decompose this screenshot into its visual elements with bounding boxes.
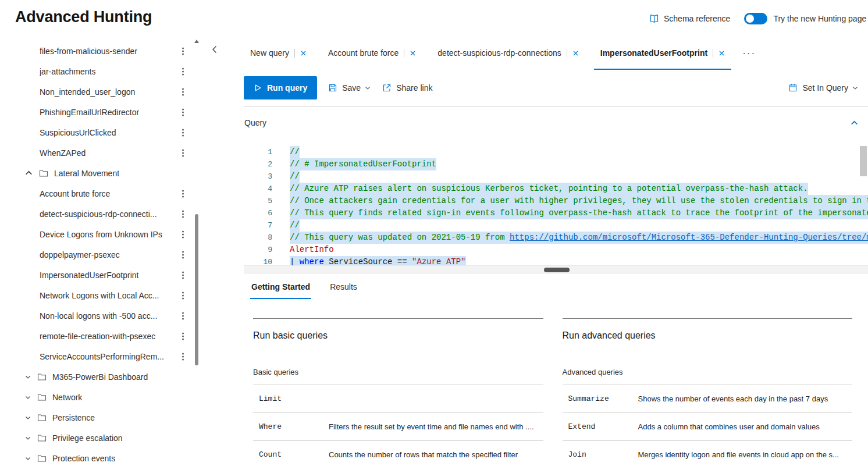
chevron-down-icon[interactable] (24, 394, 31, 401)
sidebar-query-item[interactable]: remote-file-creation-with-psexec (0, 326, 193, 346)
sidebar-query-item[interactable]: Non-local logons with -500 acc... (0, 305, 193, 326)
collapse-sidebar-button[interactable] (207, 42, 222, 57)
getting-started-panels: Run basic queriesBasic queriesLimitWhere… (253, 318, 852, 466)
query-tab[interactable]: Account brute force (322, 36, 422, 70)
sidebar-query-item[interactable]: ImpersonatedUserFootprint (0, 265, 193, 285)
horizontal-scrollbar-thumb[interactable] (544, 268, 570, 272)
saved-queries-list: files-from-malicious-senderjar-attachmen… (0, 41, 193, 466)
more-options-icon[interactable] (180, 147, 186, 158)
example-keyword: Summarize (568, 394, 638, 403)
code-line[interactable]: 2// # ImpersonatedUserFootprint (244, 158, 868, 170)
sidebar-query-item[interactable]: ServiceAccountsPerformingRem... (0, 346, 193, 367)
editor-horizontal-scrollbar[interactable] (244, 265, 868, 274)
query-label: ImpersonatedUserFootprint (40, 271, 138, 280)
example-query-row[interactable]: CountCounts the number of rows that matc… (253, 441, 543, 466)
more-options-icon[interactable] (180, 290, 186, 301)
example-description: Merges identity logon and file events in… (638, 450, 839, 459)
tab-separator (713, 49, 713, 58)
chevron-down-icon[interactable] (24, 455, 31, 462)
more-options-icon[interactable] (180, 249, 186, 260)
collapse-query-icon[interactable] (850, 119, 859, 127)
close-tab-icon[interactable] (300, 50, 307, 56)
tab-results[interactable]: Results (329, 274, 358, 300)
code-line[interactable]: 3// (244, 170, 868, 183)
more-options-icon[interactable] (180, 188, 186, 199)
query-examples-panel: Run basic queriesBasic queriesLimitWhere… (253, 318, 543, 466)
sidebar-query-item[interactable]: doppelpaymer-psexec (0, 244, 193, 265)
chevron-up-icon[interactable] (24, 169, 33, 177)
code-line[interactable]: 8// This query was updated on 2021-05-19… (244, 232, 868, 244)
sidebar-scrollbar-thumb[interactable] (195, 214, 198, 365)
sidebar-scrollbar[interactable] (194, 38, 200, 466)
more-options-icon[interactable] (180, 45, 186, 56)
folder-icon (39, 169, 48, 177)
code-line[interactable]: 6// This query finds related sign-in eve… (244, 207, 868, 219)
more-options-icon[interactable] (180, 208, 186, 219)
sidebar-query-item[interactable]: jar-attachments (0, 61, 193, 81)
sidebar-folder-item[interactable]: Protection events (0, 448, 193, 466)
sidebar-query-item[interactable]: Device Logons from Unknown IPs (0, 224, 193, 244)
example-keyword: Limit (259, 394, 329, 403)
query-tab[interactable]: New query (244, 36, 313, 70)
more-options-icon[interactable] (180, 127, 186, 138)
page-header: Advanced Hunting Schema reference Try th… (0, 0, 868, 36)
advanced-hunting-page: Advanced Hunting Schema reference Try th… (0, 0, 868, 466)
more-options-icon[interactable] (180, 351, 186, 362)
more-options-icon[interactable] (180, 310, 186, 321)
more-options-icon[interactable] (180, 106, 186, 118)
query-tab[interactable]: ImpersonatedUserFootprint (594, 36, 731, 70)
sidebar-query-item[interactable]: Network Logons with Local Acc... (0, 285, 193, 305)
sidebar-folder-item[interactable]: Privilege escalation (0, 428, 193, 448)
tab-getting-started[interactable]: Getting Started (250, 274, 311, 300)
sidebar-query-item[interactable]: SuspiciousUrlClicked (0, 122, 193, 143)
sidebar-query-item[interactable]: Account brute force (0, 183, 193, 204)
query-label: SuspiciousUrlClicked (40, 128, 116, 137)
new-hunting-toggle[interactable] (744, 13, 767, 24)
more-options-icon[interactable] (180, 229, 186, 240)
sidebar-folder-item[interactable]: Persistence (0, 407, 193, 428)
editor-scrollbar[interactable] (860, 146, 867, 265)
example-query-row[interactable]: Limit (253, 385, 543, 413)
code-line[interactable]: 4// Azure ATP raises alert on suspicious… (244, 183, 868, 195)
sidebar-query-item[interactable]: WhenZAPed (0, 143, 193, 163)
example-description: Shows the number of events each day in t… (638, 394, 828, 403)
sidebar-query-item[interactable]: PhishingEmailUrlRedirector (0, 102, 193, 122)
code-line[interactable]: 7// (244, 219, 868, 232)
sidebar-query-item[interactable]: Non_intended_user_logon (0, 81, 193, 102)
example-query-row[interactable]: JoinMerges identity logon and file event… (563, 441, 853, 466)
more-options-icon[interactable] (180, 86, 186, 97)
share-link-button[interactable]: Share link (382, 83, 432, 93)
code-line[interactable]: 1// (244, 146, 868, 158)
more-tabs-button[interactable]: ··· (742, 48, 756, 58)
more-options-icon[interactable] (180, 269, 186, 280)
save-button[interactable]: Save (328, 83, 371, 93)
close-tab-icon[interactable] (410, 50, 416, 56)
close-tab-icon[interactable] (718, 50, 725, 56)
code-line[interactable]: 10| where ServiceSource == "Azure ATP" (244, 256, 868, 265)
editor-scrollbar-thumb[interactable] (860, 146, 867, 176)
saved-queries-sidebar: files-from-malicious-senderjar-attachmen… (0, 37, 193, 466)
sidebar-query-item[interactable]: detect-suspicious-rdp-connecti... (0, 204, 193, 224)
more-options-icon[interactable] (180, 330, 186, 342)
more-options-icon[interactable] (180, 66, 186, 77)
close-tab-icon[interactable] (572, 50, 579, 56)
run-query-button[interactable]: Run query (244, 76, 317, 99)
query-editor[interactable]: 1//2// # ImpersonatedUserFootprint3//4//… (244, 139, 868, 265)
sidebar-folder-item[interactable]: M365-PowerBi Dashboard (0, 367, 193, 387)
query-tab[interactable]: detect-suspicious-rdp-connections (431, 36, 585, 70)
code-line[interactable]: 5// Once attackers gain credentials for … (244, 195, 868, 207)
set-in-query-button[interactable]: Set In Query (788, 83, 859, 93)
example-query-row[interactable]: WhereFilters the result set by event tim… (253, 413, 543, 441)
chevron-down-icon[interactable] (24, 373, 31, 380)
chevron-down-icon[interactable] (24, 435, 31, 442)
schema-reference-button[interactable]: Schema reference (649, 14, 730, 23)
code-line[interactable]: 9AlertInfo (244, 244, 868, 256)
folder-label: Persistence (52, 413, 95, 422)
scroll-up-arrow-icon[interactable] (194, 40, 199, 43)
chevron-down-icon[interactable] (24, 414, 31, 421)
sidebar-folder-item[interactable]: Lateral Movement (0, 163, 193, 183)
sidebar-folder-item[interactable]: Network (0, 387, 193, 407)
sidebar-query-item[interactable]: files-from-malicious-sender (0, 41, 193, 61)
example-query-row[interactable]: ExtendAdds a column that combines user a… (563, 413, 853, 441)
example-query-row[interactable]: SummarizeShows the number of events each… (563, 385, 853, 413)
